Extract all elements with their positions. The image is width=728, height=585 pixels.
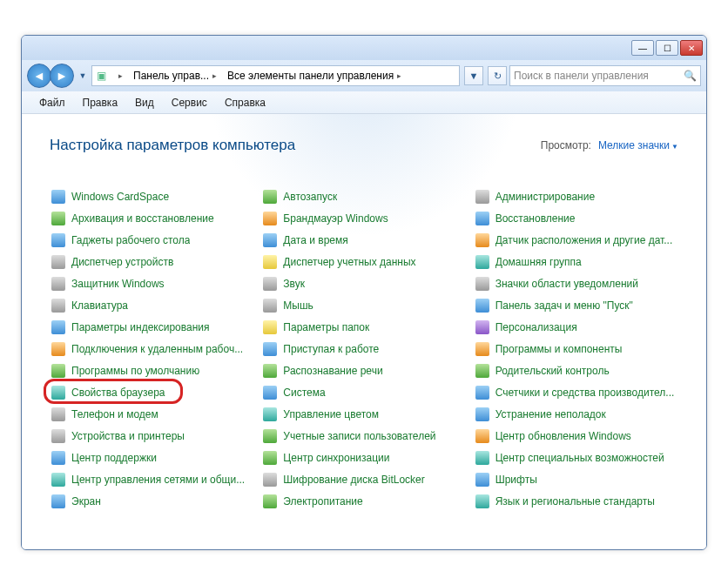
control-panel-item[interactable]: Параметры индексирования: [50, 316, 254, 338]
control-panel-item[interactable]: Распознавание речи: [261, 360, 466, 381]
item-label: Подключения к удаленным рабоч...: [71, 343, 243, 355]
breadcrumb-arrow[interactable]: ▸: [110, 66, 128, 85]
control-panel-item[interactable]: Клавиатура: [50, 294, 254, 316]
control-panel-item[interactable]: Подключения к удаленным рабоч...: [50, 338, 254, 360]
control-panel-item[interactable]: Программы и компоненты: [474, 338, 678, 360]
control-panel-item[interactable]: Автозапуск: [261, 185, 466, 207]
menu-view[interactable]: Вид: [126, 94, 163, 111]
items-column: АдминистрированиеВосстановлениеДатчик ра…: [474, 185, 678, 512]
item-label: Мышь: [283, 299, 313, 312]
control-panel-item[interactable]: Восстановление: [474, 207, 678, 229]
item-label: Система: [283, 387, 325, 399]
item-icon: [475, 473, 489, 487]
control-panel-item[interactable]: Брандмауэр Windows: [261, 207, 466, 229]
control-panel-item[interactable]: Центр обновления Windows: [474, 425, 678, 447]
breadcrumb-seg1[interactable]: Панель управ...▸: [128, 66, 222, 85]
control-panel-item[interactable]: Диспетчер учетных данных: [261, 251, 466, 272]
control-panel-item[interactable]: Дата и время: [261, 229, 466, 251]
control-panel-item[interactable]: Windows CardSpace: [50, 185, 254, 207]
refresh-button[interactable]: ↻: [488, 66, 507, 85]
control-panel-item[interactable]: Система: [261, 381, 466, 403]
content-area: Настройка параметров компьютера Просмотр…: [22, 114, 706, 549]
control-panel-item[interactable]: Датчик расположения и другие дат...: [474, 229, 678, 251]
item-label: Гаджеты рабочего стола: [71, 234, 190, 246]
item-icon: [51, 429, 65, 443]
item-label: Шрифты: [495, 474, 537, 486]
item-icon: [475, 451, 489, 465]
control-panel-item[interactable]: Персонализация: [474, 316, 678, 338]
item-label: Архивация и восстановление: [71, 212, 214, 225]
control-panel-item[interactable]: Домашняя группа: [474, 251, 678, 272]
control-panel-item[interactable]: Значки области уведомлений: [474, 272, 678, 294]
item-label: Звук: [283, 278, 305, 290]
control-panel-item[interactable]: Устройства и принтеры: [50, 425, 254, 447]
item-label: Родительский контроль: [495, 365, 610, 377]
control-panel-item[interactable]: Администрирование: [474, 185, 678, 207]
control-panel-item[interactable]: Шрифты: [474, 468, 678, 490]
items-grid: Windows CardSpaceАрхивация и восстановле…: [50, 185, 678, 512]
control-panel-item[interactable]: Экран: [50, 490, 254, 512]
control-panel-item[interactable]: Панель задач и меню "Пуск": [474, 294, 678, 316]
menu-tools[interactable]: Сервис: [163, 94, 216, 111]
history-dropdown[interactable]: ▼: [77, 64, 89, 88]
search-box[interactable]: Поиск в панели управления 🔍: [509, 65, 701, 86]
content-header: Настройка параметров компьютера Просмотр…: [50, 137, 678, 154]
control-panel-item[interactable]: Центр управления сетями и общи...: [50, 468, 254, 490]
item-label: Учетные записи пользователей: [283, 430, 435, 442]
item-icon: [263, 429, 277, 443]
back-button[interactable]: ◄: [27, 64, 51, 88]
control-panel-item[interactable]: Центр синхронизации: [261, 447, 466, 468]
breadcrumb-seg2[interactable]: Все элементы панели управления▸: [222, 66, 407, 85]
item-label: Центр специальных возможностей: [495, 452, 664, 464]
item-icon: [51, 407, 65, 421]
control-panel-item[interactable]: Центр поддержки: [50, 447, 254, 468]
nav-arrows: ◄ ►: [27, 64, 74, 88]
control-panel-item[interactable]: Параметры папок: [261, 316, 466, 338]
control-panel-item[interactable]: Учетные записи пользователей: [261, 425, 466, 447]
item-label: Дата и время: [283, 234, 347, 246]
view-dropdown[interactable]: Мелкие значки▼: [598, 139, 678, 151]
control-panel-item[interactable]: Язык и региональные стандарты: [474, 490, 678, 512]
search-icon[interactable]: 🔍: [684, 70, 697, 82]
control-panel-item[interactable]: Архивация и восстановление: [50, 207, 254, 229]
item-label: Защитник Windows: [71, 278, 165, 290]
control-panel-item[interactable]: Приступая к работе: [261, 338, 466, 360]
control-panel-item[interactable]: Диспетчер устройств: [50, 251, 254, 272]
item-icon: [475, 212, 489, 225]
item-label: Параметры индексирования: [71, 321, 209, 333]
control-panel-item[interactable]: Электропитание: [261, 490, 466, 512]
address-dropdown-button[interactable]: ▼: [464, 66, 483, 85]
menu-bar: Файл Правка Вид Сервис Справка: [22, 91, 706, 114]
item-icon: [51, 451, 65, 465]
item-icon: [475, 364, 489, 378]
control-panel-item[interactable]: Свойства браузера: [50, 381, 254, 403]
control-panel-item[interactable]: Звук: [261, 272, 466, 294]
item-icon: [263, 320, 277, 334]
control-panel-item[interactable]: Устранение неполадок: [474, 403, 678, 425]
menu-file[interactable]: Файл: [30, 94, 74, 111]
page-title: Настройка параметров компьютера: [50, 137, 295, 154]
control-panel-item[interactable]: Родительский контроль: [474, 360, 678, 381]
maximize-button[interactable]: ☐: [656, 40, 678, 56]
menu-edit[interactable]: Правка: [74, 94, 127, 111]
control-panel-item[interactable]: Шифрование диска BitLocker: [261, 468, 466, 490]
control-panel-item[interactable]: Телефон и модем: [50, 403, 254, 425]
item-icon: [475, 494, 489, 508]
item-label: Центр управления сетями и общи...: [71, 474, 245, 486]
control-panel-item[interactable]: Защитник Windows: [50, 272, 254, 294]
close-button[interactable]: ✕: [680, 40, 703, 56]
item-icon: [51, 364, 65, 378]
control-panel-item[interactable]: Управление цветом: [261, 403, 466, 425]
control-panel-item[interactable]: Центр специальных возможностей: [474, 447, 678, 468]
control-panel-item[interactable]: Гаджеты рабочего стола: [50, 229, 254, 251]
address-bar[interactable]: ▣ ▸ Панель управ...▸ Все элементы панели…: [91, 65, 460, 86]
forward-button[interactable]: ►: [50, 64, 74, 88]
control-panel-window: — ☐ ✕ ◄ ► ▼ ▣ ▸ Панель управ...▸ Все эле…: [21, 35, 707, 550]
menu-help[interactable]: Справка: [216, 94, 274, 111]
item-icon: [475, 277, 489, 291]
minimize-button[interactable]: —: [631, 40, 654, 56]
control-panel-item[interactable]: Счетчики и средства производител...: [474, 381, 678, 403]
items-column: Windows CardSpaceАрхивация и восстановле…: [50, 185, 254, 512]
control-panel-item[interactable]: Программы по умолчанию: [50, 360, 254, 381]
control-panel-item[interactable]: Мышь: [261, 294, 466, 316]
